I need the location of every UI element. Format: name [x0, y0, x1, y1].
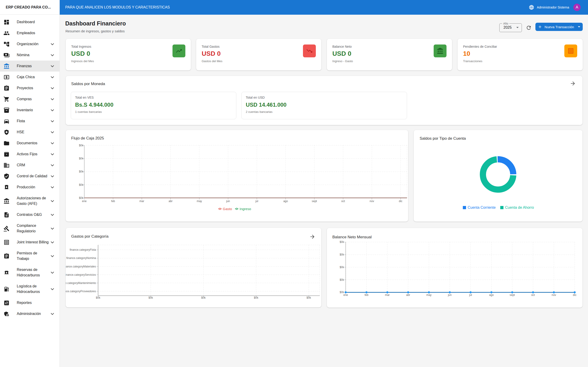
svg-text:finance.categoryServicios: finance.categoryServicios [66, 273, 96, 276]
svg-text:$0k: $0k [340, 278, 344, 282]
svg-text:ago: ago [283, 200, 288, 203]
svg-text:$0k: $0k [340, 266, 344, 269]
svg-text:$0k: $0k [79, 157, 84, 160]
svg-text:oct: oct [531, 293, 535, 297]
svg-text:$0k: $0k [201, 296, 206, 299]
svg-text:$0k: $0k [79, 170, 84, 173]
svg-text:jun: jun [226, 200, 230, 203]
svg-text:dic: dic [399, 200, 402, 203]
svg-text:$0k: $0k [254, 296, 258, 299]
svg-text:sept: sept [312, 200, 317, 203]
svg-text:$0k: $0k [96, 296, 100, 299]
svg-text:feb: feb [111, 200, 115, 203]
svg-text:dic: dic [573, 293, 576, 297]
svg-text:finance.categoryNomina: finance.categoryNomina [66, 257, 96, 260]
svg-text:may: may [426, 293, 432, 297]
svg-text:$0k: $0k [340, 240, 344, 244]
svg-text:abr: abr [169, 200, 173, 203]
svg-text:ago: ago [489, 293, 493, 297]
svg-text:$0k: $0k [79, 183, 84, 186]
svg-text:jul: jul [469, 293, 472, 297]
svg-text:sept: sept [510, 293, 515, 297]
svg-text:jul: jul [255, 200, 258, 203]
svg-text:finance.categoryFlota: finance.categoryFlota [69, 248, 96, 251]
svg-text:nov: nov [552, 293, 556, 297]
svg-text:ene: ene [82, 200, 86, 203]
svg-text:finance.categoryMateriales: finance.categoryMateriales [66, 265, 96, 268]
svg-text:finance.categoryMantenimiento: finance.categoryMantenimiento [66, 282, 96, 285]
svg-text:oct: oct [341, 200, 345, 203]
svg-text:ene: ene [343, 293, 348, 297]
svg-text:$0k: $0k [307, 296, 311, 299]
svg-text:Cuenta de Ahorro: Cuenta de Ahorro [505, 206, 534, 209]
svg-text:$0k: $0k [149, 296, 153, 299]
svg-text:mar: mar [385, 293, 390, 297]
svg-text:Ingreso: Ingreso [240, 207, 251, 211]
svg-text:finance.categoryProveedores: finance.categoryProveedores [66, 290, 96, 293]
svg-text:$0k: $0k [340, 253, 344, 256]
svg-text:jun: jun [448, 293, 451, 297]
svg-text:$0k: $0k [79, 196, 84, 200]
svg-text:Gasto: Gasto [223, 207, 232, 211]
svg-text:may: may [197, 200, 202, 203]
svg-text:nov: nov [370, 200, 374, 203]
svg-text:mar: mar [139, 200, 144, 203]
svg-text:abr: abr [406, 293, 410, 297]
svg-text:$0k: $0k [79, 144, 84, 147]
svg-text:Cuenta Corriente: Cuenta Corriente [468, 206, 496, 209]
svg-text:feb: feb [364, 293, 368, 297]
